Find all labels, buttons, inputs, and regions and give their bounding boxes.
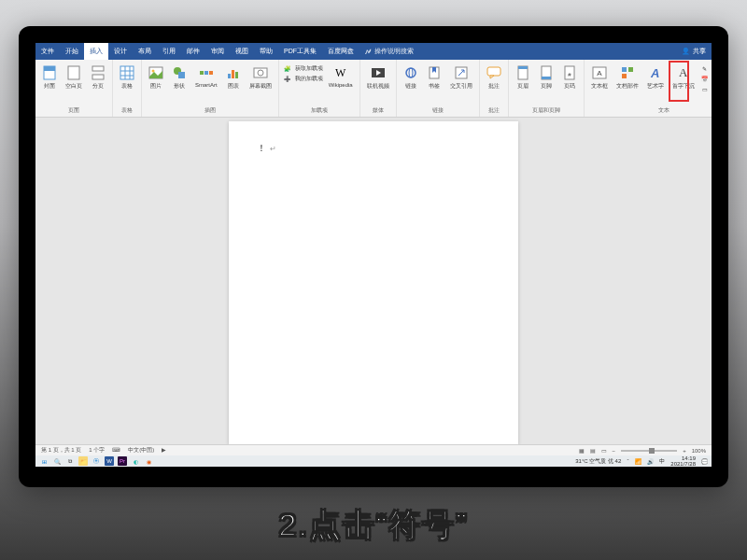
datetime-button[interactable]: 📅日期和时间 [700,74,712,83]
app-button[interactable]: ◐ [131,456,140,466]
status-lang[interactable]: 中文(中国) [128,446,154,455]
status-words[interactable]: 1 个字 [89,446,105,455]
tab-insert[interactable]: 插入 [84,43,108,60]
status-macro-icon[interactable]: ▶ [162,446,166,455]
tab-pdftools[interactable]: PDF工具集 [278,43,322,60]
svg-point-24 [406,68,416,77]
svg-rect-34 [542,77,551,79]
task-view-button[interactable]: ⧉ [65,456,75,466]
screenshot-button[interactable]: 屏幕截图 [247,63,275,92]
header-icon [515,65,530,80]
view-print-icon[interactable]: ▤ [590,447,596,454]
smartart-icon [199,65,214,80]
tell-me-label: 操作说明搜索 [374,47,414,56]
monitor-frame: 文件 开始 插入 设计 布局 引用 邮件 审阅 视图 帮助 PDF工具集 百度网… [19,26,728,487]
tray-wifi-icon[interactable]: 📶 [635,458,641,465]
textbox-button[interactable]: A 文本框 [588,63,611,92]
my-addins-button[interactable]: ➕我的加载项 [283,74,323,83]
shapes-button[interactable]: 形状 [169,63,190,92]
svg-rect-40 [628,67,633,72]
view-web-icon[interactable]: ▭ [601,447,607,454]
cover-page-label: 封面 [44,82,55,91]
sigline-button[interactable]: ✎签名行 [700,63,712,73]
tray-chevron-icon[interactable]: ˄ [627,458,629,465]
tab-mailings[interactable]: 邮件 [181,43,205,60]
group-tables-label: 表格 [121,106,133,117]
smartart-button[interactable]: SmartArt [192,63,220,90]
store-icon: 🧩 [283,63,292,73]
status-pages[interactable]: 第 1 页，共 1 页 [41,446,81,455]
svg-rect-32 [518,66,528,69]
tab-references[interactable]: 引用 [157,43,181,60]
quickparts-button[interactable]: 文档部件 [613,63,641,92]
comment-icon [486,65,501,80]
tab-layout[interactable]: 布局 [133,43,157,60]
zoom-value[interactable]: 100% [692,448,706,454]
group-pages: 封面 空白页 分页 页面 [35,60,113,117]
quickparts-icon [620,65,635,80]
comment-button[interactable]: 批注 [484,63,504,92]
tab-view[interactable]: 视图 [230,43,254,60]
bookmark-button[interactable]: 书签 [424,63,444,92]
header-button[interactable]: 页眉 [513,63,533,92]
pagenum-label: 页码 [564,82,575,91]
tray-volume-icon[interactable]: 🔊 [647,458,654,465]
dropcap-button[interactable]: A 首字下沉 [669,63,698,92]
dropcap-label: 首字下沉 [672,82,695,91]
group-text: A 文本框 文档部件 A 艺术字 A 首字下沉 [585,60,712,117]
blank-page-button[interactable]: 空白页 [63,63,85,92]
comment-label: 批注 [488,82,500,91]
premiere-button[interactable]: Pr [118,456,127,466]
pagenum-button[interactable]: # 页码 [559,63,580,92]
notifications-button[interactable]: 💬 [701,458,708,465]
link-button[interactable]: 链接 [401,63,421,92]
tab-review[interactable]: 审阅 [205,43,230,60]
tray-ime-icon[interactable]: 中 [659,457,665,466]
word-button[interactable]: W [105,456,114,466]
object-button[interactable]: ▭对象 [700,84,712,93]
header-label: 页眉 [517,82,529,91]
wordart-button[interactable]: A 艺术字 [644,63,667,92]
search-button[interactable]: 🔍 [52,456,62,466]
zoom-out-button[interactable]: − [613,448,616,454]
share-button[interactable]: 👤 共享 [682,47,706,56]
zoom-in-button[interactable]: + [683,448,686,454]
group-media: 联机视频 媒体 [360,60,397,117]
tab-file[interactable]: 文件 [35,43,60,60]
explorer-button[interactable]: 📁 [78,456,88,466]
cover-page-button[interactable]: 封面 [39,63,60,92]
chart-button[interactable]: 图表 [223,63,244,92]
svg-marker-30 [490,76,494,78]
edge-button[interactable]: ⓔ [92,456,101,466]
wikipedia-button[interactable]: W Wikipedia [326,63,356,90]
page-break-label: 分页 [92,82,104,91]
video-icon [371,65,386,80]
tab-baidu[interactable]: 百度网盘 [322,43,359,60]
pictures-label: 图片 [150,82,162,91]
browser-button[interactable]: ◉ [144,456,153,466]
zoom-slider[interactable] [621,450,677,452]
get-addins-button[interactable]: 🧩获取加载项 [283,63,323,73]
footer-button[interactable]: 页脚 [536,63,557,92]
footer-icon [539,65,554,80]
taskbar-date[interactable]: 2021/7/28 [670,461,696,467]
tab-help[interactable]: 帮助 [254,43,278,60]
page-break-button[interactable]: 分页 [88,63,108,92]
group-pages-label: 页面 [68,106,79,117]
weather-widget[interactable]: 31°C 空气质 优 42 [575,457,621,466]
start-button[interactable]: ⊞ [39,456,49,466]
crossref-button[interactable]: 交叉引用 [447,63,475,92]
table-button[interactable]: 表格 [117,63,137,92]
quickparts-label: 文档部件 [616,82,639,91]
svg-rect-1 [44,66,55,71]
tab-design[interactable]: 设计 [108,43,133,60]
document-page[interactable]: ！ [229,121,518,444]
view-read-icon[interactable]: ▦ [579,447,585,454]
pictures-button[interactable]: 图片 [146,63,166,92]
online-video-button[interactable]: 联机视频 [364,63,392,92]
document-area[interactable]: ！ [35,118,712,444]
tab-home[interactable]: 开始 [60,43,84,60]
chart-icon [226,65,241,80]
group-headerfooter: 页眉 页脚 # 页码 页眉和页脚 [509,60,585,117]
tell-me-search[interactable]: 🗲 操作说明搜索 [365,47,414,56]
